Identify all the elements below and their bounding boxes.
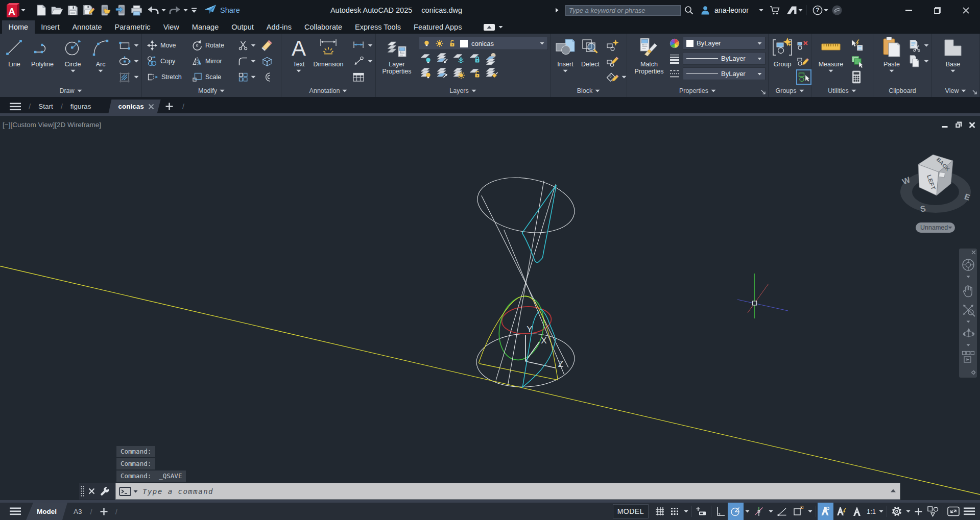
redo-button[interactable] bbox=[166, 3, 183, 18]
palette-grip-icon[interactable] bbox=[81, 486, 84, 497]
annotation-scale-toggle[interactable] bbox=[849, 503, 865, 520]
ribbon-button-circle[interactable]: Circle bbox=[58, 34, 87, 72]
annotation-visibility-toggle[interactable] bbox=[818, 503, 833, 520]
drawing-close-icon[interactable] bbox=[969, 122, 975, 128]
document-tab-figuras[interactable]: figuras bbox=[67, 103, 94, 110]
command-input[interactable]: Type a command bbox=[115, 483, 900, 500]
ribbon-tool-leader[interactable] bbox=[352, 56, 365, 67]
new-document-tab-icon[interactable] bbox=[161, 102, 178, 111]
ribbon-tool-groupsel[interactable] bbox=[796, 69, 811, 85]
undo-button[interactable] bbox=[145, 3, 161, 18]
panel-title-groups[interactable]: Groups bbox=[769, 86, 811, 96]
undo-caret-icon[interactable] bbox=[161, 9, 166, 12]
ribbon-button-line[interactable]: Line bbox=[2, 34, 27, 68]
ribbon-tool-caret-icon[interactable] bbox=[368, 44, 373, 47]
make-current-button[interactable] bbox=[435, 52, 449, 65]
help-menu-caret-icon[interactable] bbox=[824, 9, 828, 12]
ribbon-button-insert[interactable]: Insert bbox=[553, 34, 578, 72]
ribbon-tool-caret-icon[interactable] bbox=[368, 60, 373, 63]
layout-tab-a3[interactable]: A3 bbox=[67, 508, 87, 515]
ribbon-minimize-button[interactable] bbox=[484, 24, 495, 31]
orbit-button[interactable] bbox=[961, 326, 976, 341]
ribbon-tool-erase[interactable] bbox=[261, 40, 273, 51]
layer-unlock-button[interactable] bbox=[468, 67, 482, 80]
ribbon-tool-table[interactable] bbox=[352, 71, 365, 83]
ribbon-tool-stretch[interactable]: Stretch bbox=[147, 71, 192, 83]
layer-match-button[interactable] bbox=[484, 67, 498, 80]
panel-title-modify[interactable]: Modify bbox=[142, 86, 281, 96]
snap-mode-caret-icon[interactable] bbox=[682, 510, 690, 513]
navbar-close-icon[interactable] bbox=[971, 250, 976, 255]
ribbon-tool-caret-icon[interactable] bbox=[924, 60, 929, 63]
ribbon-tab-output[interactable]: Output bbox=[225, 20, 260, 34]
panel-launcher-icon[interactable] bbox=[972, 90, 977, 94]
ribbon-tool-scale[interactable]: Scale bbox=[192, 71, 237, 83]
ribbon-button-dimension[interactable]: Dimension bbox=[310, 34, 347, 68]
annotation-scale-value[interactable]: 1:1 bbox=[865, 508, 877, 515]
app-menu-caret-icon[interactable] bbox=[21, 9, 26, 12]
ribbon-button-base[interactable]: Base bbox=[940, 34, 966, 72]
navbar-settings-icon[interactable] bbox=[971, 370, 976, 375]
ribbon-tool-offset[interactable] bbox=[261, 71, 272, 83]
ribbon-button-paste[interactable]: Paste bbox=[880, 34, 903, 72]
pan-button[interactable] bbox=[961, 284, 975, 299]
command-expand-icon[interactable] bbox=[891, 489, 896, 492]
ribbon-tool-caret-icon[interactable] bbox=[924, 44, 929, 47]
ribbon-tool-explode[interactable] bbox=[261, 56, 273, 67]
ribbon-tab-home[interactable]: Home bbox=[2, 20, 35, 34]
ribbon-button-measure[interactable]: Measure bbox=[816, 34, 846, 72]
send-to-mobile-button[interactable] bbox=[113, 3, 128, 18]
ribbon-tool-copyclip[interactable] bbox=[908, 55, 921, 68]
ribbon-tool-cutclip[interactable] bbox=[908, 39, 921, 52]
ribbon-tool-ellipsetool[interactable] bbox=[118, 56, 131, 67]
object-snap-toggle[interactable] bbox=[791, 503, 806, 520]
ribbon-button-match,properties[interactable]: MatchProperties bbox=[632, 34, 666, 75]
layer-thaw-button[interactable] bbox=[451, 67, 466, 80]
ribbon-tool-selectsim[interactable] bbox=[850, 55, 864, 68]
palette-close-icon[interactable] bbox=[88, 488, 95, 494]
navigation-wheel-button[interactable] bbox=[961, 258, 975, 272]
autodesk-mark-icon[interactable] bbox=[783, 0, 798, 20]
showmotion-button[interactable] bbox=[961, 350, 975, 364]
palette-wrench-icon[interactable] bbox=[100, 486, 109, 496]
autoscale-annotations-toggle[interactable] bbox=[833, 503, 849, 520]
isolate-objects-toggle[interactable] bbox=[924, 503, 941, 520]
ribbon-tab-annotate[interactable]: Annotate bbox=[66, 20, 108, 34]
ribbon-button-group[interactable]: Group bbox=[771, 34, 794, 68]
ribbon-tab-express-tools[interactable]: Express Tools bbox=[349, 20, 408, 34]
linetype-caret-icon[interactable] bbox=[757, 72, 762, 76]
new-file-button[interactable] bbox=[34, 3, 49, 18]
ribbon-tool-blockedit[interactable] bbox=[606, 55, 619, 67]
ribbon-tool-quickcalc[interactable] bbox=[850, 70, 863, 84]
linetype-icon[interactable] bbox=[669, 68, 680, 80]
ribbon-tool-rotate[interactable]: Rotate bbox=[192, 40, 237, 51]
ribbon-button-polyline[interactable]: Polyline bbox=[27, 34, 58, 68]
layer-select-caret-icon[interactable] bbox=[540, 42, 544, 45]
ribbon-tab-parametric[interactable]: Parametric bbox=[108, 20, 157, 34]
isometric-drafting-toggle[interactable] bbox=[751, 503, 767, 520]
navbar-caret-icon[interactable] bbox=[966, 276, 970, 278]
customize-menu-toggle[interactable] bbox=[962, 503, 976, 520]
layer-off-button[interactable] bbox=[419, 52, 433, 65]
ribbon-minimize-caret-icon[interactable] bbox=[498, 26, 503, 29]
ribbon-tool-dimlinear[interactable] bbox=[352, 40, 365, 51]
object-snap-caret-icon[interactable] bbox=[806, 510, 814, 513]
user-avatar-icon[interactable] bbox=[697, 0, 711, 20]
ribbon-button-layer,properties[interactable]: LayerProperties bbox=[380, 34, 414, 75]
share-button[interactable]: Share bbox=[204, 5, 240, 16]
linetype-select[interactable]: ByLayer bbox=[683, 67, 766, 80]
app-store-cart-icon[interactable] bbox=[767, 0, 783, 20]
drawing-minimize-icon[interactable] bbox=[942, 122, 948, 128]
ribbon-tool-blockcreate[interactable] bbox=[606, 39, 619, 52]
customization-toggle[interactable] bbox=[912, 503, 924, 520]
navbar-caret-icon[interactable] bbox=[966, 344, 970, 346]
ribbon-tool-fillet[interactable] bbox=[237, 56, 261, 67]
object-color-select[interactable]: ByLayer bbox=[683, 37, 766, 49]
navigation-bar[interactable] bbox=[959, 249, 977, 378]
autodesk-menu-caret-icon[interactable] bbox=[798, 9, 803, 12]
named-view-button[interactable]: Unnamed bbox=[916, 222, 955, 233]
ribbon-tab-add-ins[interactable]: Add-ins bbox=[260, 20, 298, 34]
zoom-extents-button[interactable] bbox=[961, 303, 976, 318]
polar-tracking-caret-icon[interactable] bbox=[744, 510, 751, 513]
document-tab-Start[interactable]: Start bbox=[35, 103, 56, 110]
